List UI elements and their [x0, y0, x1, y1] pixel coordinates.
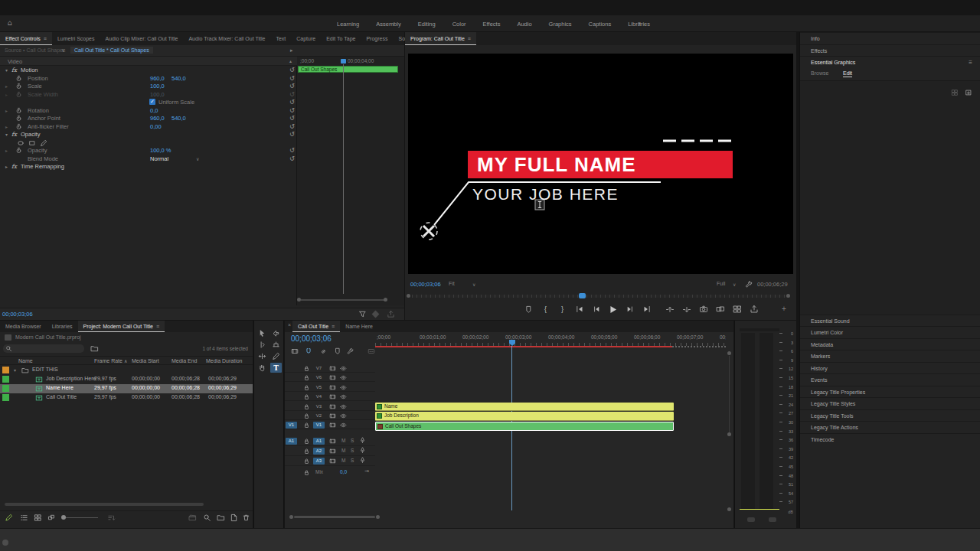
list-view-icon[interactable]	[20, 514, 28, 523]
lock-icon[interactable]	[303, 403, 310, 412]
workspace-tab-assembly[interactable]: Assembly	[376, 21, 401, 28]
add-marker-icon[interactable]	[524, 305, 534, 315]
mute-button[interactable]: M	[341, 438, 345, 443]
twirl-icon[interactable]: ▸	[5, 108, 8, 113]
label-color-swatch[interactable]	[2, 385, 9, 392]
tab-edit[interactable]: Edit	[843, 70, 852, 77]
ec-group-label[interactable]: Motion	[21, 67, 38, 73]
track-target-v7[interactable]: V7	[313, 365, 325, 372]
column-media-start[interactable]: Media Start	[132, 357, 159, 366]
filter-properties-icon[interactable]	[358, 310, 367, 320]
timeline-clip-call-out-shapes[interactable]: Call Out Shapes	[375, 422, 674, 432]
track-target-v3[interactable]: V3	[313, 403, 325, 410]
tab-browse[interactable]: Browse	[811, 70, 828, 76]
workspace-tab-color[interactable]: Color	[452, 21, 466, 28]
tab-lumetri-scopes[interactable]: Lumetri Scopes	[52, 32, 100, 45]
panel-header-essential-sound[interactable]: Essential Sound	[800, 315, 980, 327]
tab-sequence-call-out-title[interactable]: Call Out Title≡	[292, 321, 340, 332]
go-to-out-icon[interactable]	[642, 305, 652, 315]
writable-toggle-icon[interactable]	[5, 514, 13, 523]
panel-header-legacy-title-styles[interactable]: Legacy Title Styles	[800, 397, 980, 409]
mark-out-icon[interactable]: }	[557, 305, 567, 315]
ec-playhead-marker[interactable]	[341, 59, 346, 64]
panel-header-metadata[interactable]: Metadata	[800, 338, 980, 350]
stopwatch-icon[interactable]	[15, 91, 22, 99]
meter-button[interactable]	[769, 517, 776, 522]
sync-lock-icon[interactable]	[329, 365, 336, 373]
tab-media-browser[interactable]: Media Browser	[0, 321, 47, 332]
resolution-chevron-icon[interactable]: ∨	[733, 282, 736, 287]
zoom-slider[interactable]	[63, 517, 98, 518]
sort-icon[interactable]	[107, 514, 116, 523]
folder-icon[interactable]	[90, 344, 99, 354]
ec-timecode[interactable]: 00;00;03;06	[2, 311, 33, 318]
ec-mini-timeline[interactable]: ;00;00 00;00;04;00 Call Out Shapes	[297, 57, 404, 305]
sync-lock-icon[interactable]	[329, 374, 336, 383]
project-breadcrumb[interactable]: Modern Call Out Title.prproj	[15, 334, 81, 340]
ec-section-video[interactable]: Video	[8, 58, 22, 65]
twirl-icon[interactable]: ▸	[5, 124, 8, 129]
ripple-edit-tool-icon[interactable]	[256, 340, 268, 350]
mix-end-icon[interactable]: ⇥	[364, 468, 369, 474]
tab-edit-to-tape[interactable]: Edit To Tape	[321, 32, 361, 45]
stopwatch-icon[interactable]	[15, 115, 22, 123]
timeline-timecode[interactable]: 00;00;03;06	[291, 334, 332, 343]
solo-button[interactable]: S	[351, 438, 354, 443]
panel-header-legacy-title-properties[interactable]: Legacy Title Properties	[800, 386, 980, 398]
export-frame-icon[interactable]	[698, 305, 708, 315]
track-target-v5[interactable]: V5	[313, 384, 325, 391]
timeline-ruler[interactable]: ;00;0000;00;01;0000;00;02;0000;00;03;000…	[375, 334, 726, 346]
workspace-tab-graphics[interactable]: Graphics	[549, 21, 572, 28]
delete-icon[interactable]	[242, 514, 250, 523]
lock-icon[interactable]	[303, 422, 310, 430]
program-settings-icon[interactable]	[744, 280, 753, 290]
timeline-vscrollbar[interactable]	[727, 348, 732, 512]
table-row-job-description-here[interactable]: Job Description Here29,97 fps00;00;00;00…	[0, 375, 253, 384]
search-input[interactable]	[3, 344, 84, 353]
tab-text[interactable]: Text	[270, 32, 291, 45]
reset-parameter-icon[interactable]: ↺	[289, 75, 295, 82]
ec-value[interactable]: 540,0	[172, 75, 186, 82]
lock-icon[interactable]	[303, 469, 310, 478]
tab-effect-controls[interactable]: Effect Controls≡	[0, 32, 52, 45]
ec-value[interactable]: 0,0	[150, 107, 158, 114]
tab-capture[interactable]: Capture	[291, 32, 321, 45]
reset-parameter-icon[interactable]: ↺	[289, 99, 295, 106]
new-item-icon[interactable]	[230, 514, 238, 523]
slip-tool-icon[interactable]	[256, 351, 268, 361]
workspace-tab-effects[interactable]: Effects	[483, 21, 501, 28]
icon-view-icon[interactable]	[34, 514, 42, 523]
eye-icon[interactable]	[340, 365, 347, 373]
lock-icon[interactable]	[303, 438, 310, 446]
lock-icon[interactable]	[303, 384, 310, 393]
sync-lock-icon[interactable]	[329, 448, 336, 456]
eye-icon[interactable]	[340, 393, 347, 402]
new-layer-icon[interactable]	[965, 89, 972, 98]
timeline-clip-job-description[interactable]: Job Description	[375, 412, 674, 421]
mark-in-icon[interactable]: {	[541, 305, 550, 315]
mute-button[interactable]: M	[341, 458, 345, 463]
selection-tool-icon[interactable]	[256, 328, 268, 338]
step-forward-icon[interactable]	[625, 305, 635, 315]
twirl-open-icon[interactable]: ▾	[14, 367, 16, 373]
reset-parameter-icon[interactable]: ↺	[289, 83, 295, 90]
solo-button[interactable]: S	[351, 448, 354, 453]
lock-icon[interactable]	[303, 412, 310, 421]
panel-header-legacy-title-tools[interactable]: Legacy Title Tools	[800, 409, 980, 422]
export-icon[interactable]	[749, 305, 759, 315]
extract-icon[interactable]	[681, 305, 691, 315]
zoom-level-select[interactable]: Fit	[449, 281, 455, 286]
workspace-tab-captions[interactable]: Captions	[589, 21, 612, 28]
ec-mini-hscrollbar[interactable]	[297, 297, 389, 302]
chevron-down-icon[interactable]: ∨	[196, 156, 199, 161]
stopwatch-icon[interactable]	[15, 123, 22, 132]
automate-to-sequence-icon[interactable]	[188, 514, 197, 523]
freeform-view-icon[interactable]	[47, 514, 56, 523]
panel-header-timecode[interactable]: Timecode	[800, 433, 980, 445]
track-target-a3[interactable]: A3	[313, 458, 325, 465]
tab-audio-track-mixer-call-out-title[interactable]: Audio Track Mixer: Call Out Title	[183, 32, 270, 45]
lock-icon[interactable]	[303, 448, 310, 456]
project-hscrollbar[interactable]	[5, 503, 204, 506]
twirl-icon[interactable]: ▸	[5, 148, 8, 153]
close-icon[interactable]: ×	[288, 322, 291, 328]
